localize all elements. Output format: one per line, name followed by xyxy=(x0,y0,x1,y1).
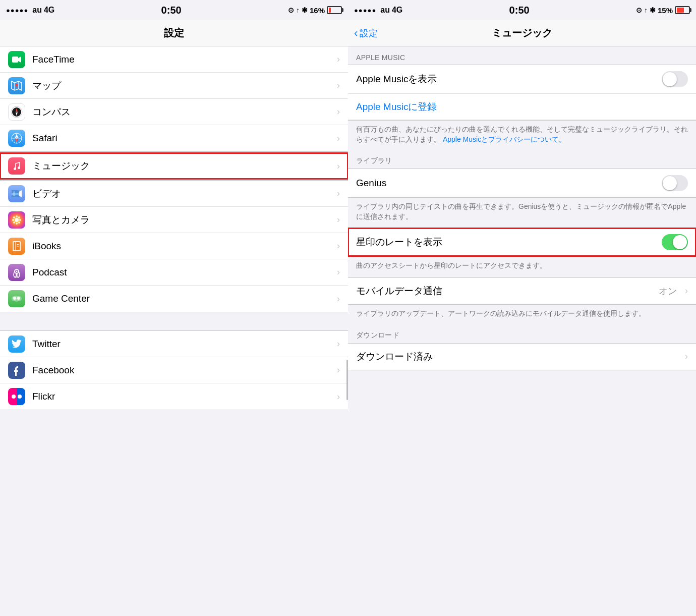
photos-icon xyxy=(8,211,25,229)
gap-3 xyxy=(0,312,348,330)
apple-music-privacy-link[interactable]: Apple Musicとプライバシーについて。 xyxy=(443,135,566,143)
svg-marker-21 xyxy=(19,190,22,197)
row-safari[interactable]: Safari › xyxy=(0,125,348,151)
left-time: 0:50 xyxy=(161,5,182,16)
videos-chevron: › xyxy=(337,188,340,199)
facebook-icon xyxy=(8,362,25,379)
flickr-icon xyxy=(8,388,25,405)
mobile-data-row[interactable]: モバイルデータ通信 オン › xyxy=(348,278,696,304)
twitter-chevron: › xyxy=(337,339,340,349)
svg-point-45 xyxy=(12,395,16,399)
facebook-svg xyxy=(12,365,22,376)
row-twitter[interactable]: Twitter › xyxy=(0,331,348,357)
svg-rect-0 xyxy=(12,57,18,63)
genius-desc: ライブラリ内の同じテイストの曲を再生できます。Geniusを使うと、ミュージック… xyxy=(348,198,696,228)
photos-svg xyxy=(11,214,22,226)
svg-point-27 xyxy=(13,216,15,218)
mobile-data-chevron: › xyxy=(685,286,688,296)
show-apple-music-toggle[interactable] xyxy=(662,71,688,87)
genius-toggle-knob xyxy=(663,176,677,190)
row-facetime[interactable]: FaceTime › xyxy=(0,46,348,73)
flickr-chevron: › xyxy=(337,391,340,402)
genius-row[interactable]: Genius xyxy=(348,169,696,197)
left-settings-list[interactable]: FaceTime › マップ › xyxy=(0,46,348,616)
mobile-data-label: モバイルデータ通信 xyxy=(356,285,659,298)
right-status-bar: ●●●●● au 4G 0:50 ⊙ ↑ ✱ 15% xyxy=(348,0,696,20)
safari-icon xyxy=(8,130,25,147)
svg-point-24 xyxy=(16,222,18,225)
right-location-icon: ⊙ xyxy=(636,6,642,14)
download-section-header: ダウンロード xyxy=(348,325,696,343)
genius-toggle[interactable] xyxy=(662,175,688,191)
svg-point-37 xyxy=(16,270,18,272)
apple-music-subscribe-link[interactable]: Apple Musicに登録 xyxy=(356,100,437,114)
star-rating-row[interactable]: 星印のレートを表示 xyxy=(348,228,696,256)
bluetooth-icon: ✱ xyxy=(302,6,308,14)
left-group-4: Twitter › Facebook › xyxy=(0,330,348,410)
left-panel: ●●●●● au 4G 0:50 ⊙ ↑ ✱ 16% 設定 xyxy=(0,0,348,616)
svg-point-15 xyxy=(18,166,20,169)
svg-point-8 xyxy=(16,111,18,113)
music-icon xyxy=(8,157,25,175)
photos-label: 写真とカメラ xyxy=(32,213,333,227)
apple-music-subscribe-row[interactable]: Apple Musicに登録 xyxy=(348,94,696,120)
maps-chevron: › xyxy=(337,80,340,91)
show-apple-music-label: Apple Musicを表示 xyxy=(356,73,662,86)
gamecenter-label: Game Center xyxy=(32,293,333,304)
maps-label: マップ xyxy=(32,79,333,92)
facebook-chevron: › xyxy=(337,365,340,375)
ibooks-svg xyxy=(12,241,22,252)
left-status-left: ●●●●● au 4G xyxy=(6,6,54,15)
download-row[interactable]: ダウンロード済み › xyxy=(348,344,696,370)
compass-chevron: › xyxy=(337,106,340,117)
download-via-label: ダウンロード済み xyxy=(356,350,681,363)
show-apple-music-row[interactable]: Apple Musicを表示 xyxy=(348,65,696,94)
twitter-label: Twitter xyxy=(32,339,333,350)
left-group-3: ビデオ › xyxy=(0,180,348,312)
ibooks-icon xyxy=(8,238,25,255)
location-icon: ⊙ xyxy=(288,6,294,14)
back-chevron-icon: ‹ xyxy=(354,28,358,39)
right-signal-dots: ●●●●● xyxy=(354,7,376,14)
row-ibooks[interactable]: iBooks › xyxy=(0,233,348,259)
left-nav-bar: 設定 xyxy=(0,20,348,46)
twitter-icon xyxy=(8,335,25,353)
left-group-1: FaceTime › マップ › xyxy=(0,46,348,152)
svg-rect-17 xyxy=(12,190,19,193)
toggle-knob xyxy=(663,72,677,86)
row-compass[interactable]: コンパス › xyxy=(0,99,348,125)
mobile-data-value: オン xyxy=(659,285,677,297)
safari-chevron: › xyxy=(337,133,340,144)
svg-point-29 xyxy=(13,221,15,223)
apple-music-section-header: APPLE MUSIC xyxy=(348,46,696,65)
safari-label: Safari xyxy=(32,133,333,144)
compass-label: コンパス xyxy=(32,105,333,119)
podcast-icon xyxy=(8,264,25,281)
twitter-svg xyxy=(12,340,22,349)
right-settings-content[interactable]: APPLE MUSIC Apple Musicを表示 Apple Musicに登… xyxy=(348,46,696,616)
row-podcast[interactable]: Podcast › xyxy=(0,259,348,286)
row-flickr[interactable]: Flickr › xyxy=(0,383,348,410)
row-maps[interactable]: マップ › xyxy=(0,73,348,99)
svg-point-22 xyxy=(15,218,19,222)
row-music[interactable]: ミュージック › xyxy=(0,153,348,179)
row-facebook[interactable]: Facebook › xyxy=(0,357,348,383)
svg-marker-1 xyxy=(18,57,21,63)
row-photos[interactable]: 写真とカメラ › xyxy=(0,207,348,233)
svg-point-44 xyxy=(17,297,20,300)
facetime-svg xyxy=(12,54,22,65)
music-label: ミュージック xyxy=(32,159,333,173)
music-svg xyxy=(12,161,22,171)
facetime-label: FaceTime xyxy=(32,54,333,65)
facetime-chevron: › xyxy=(337,54,340,65)
back-button[interactable]: ‹ 設定 xyxy=(354,27,378,39)
star-rating-toggle[interactable] xyxy=(662,234,688,250)
row-videos[interactable]: ビデオ › xyxy=(0,181,348,207)
facetime-icon xyxy=(8,51,25,68)
svg-point-23 xyxy=(16,215,18,217)
row-gamecenter[interactable]: Game Center › xyxy=(0,286,348,312)
apple-music-group: Apple Musicを表示 Apple Musicに登録 xyxy=(348,65,696,121)
flickr-label: Flickr xyxy=(32,391,333,402)
left-nav-title: 設定 xyxy=(164,26,184,40)
left-status-right: ⊙ ↑ ✱ 16% xyxy=(288,6,342,15)
